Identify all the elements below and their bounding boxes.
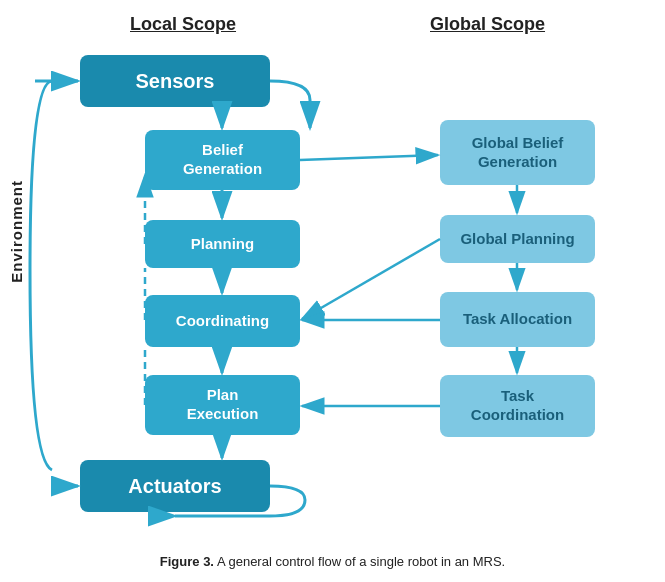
svg-line-17 [302,239,440,319]
figure-caption: Figure 3. A general control flow of a si… [0,554,665,569]
task-allocation-box: Task Allocation [440,292,595,347]
sensors-box: Sensors [80,55,270,107]
global-scope-label: Global Scope [430,14,545,35]
belief-generation-box: BeliefGeneration [145,130,300,190]
actuators-box: Actuators [80,460,270,512]
svg-line-13 [300,155,438,160]
local-scope-label: Local Scope [130,14,236,35]
plan-execution-box: PlanExecution [145,375,300,435]
global-planning-box: Global Planning [440,215,595,263]
diagram-container: Local Scope Global Scope Environment Sen… [0,0,665,550]
caption-label: Figure 3. [160,554,214,569]
environment-label: Environment [8,180,25,283]
global-belief-generation-box: Global BeliefGeneration [440,120,595,185]
task-coordination-box: TaskCoordination [440,375,595,437]
coordinating-box: Coordinating [145,295,300,347]
caption-text: A general control flow of a single robot… [214,554,505,569]
planning-box: Planning [145,220,300,268]
